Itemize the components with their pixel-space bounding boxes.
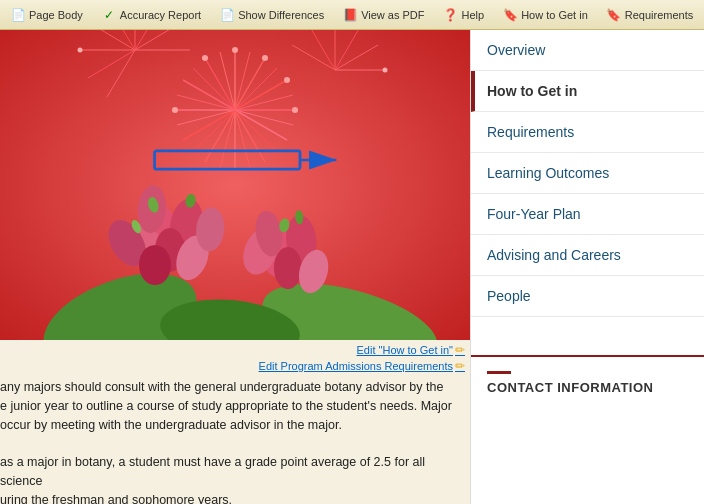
sidebar-item-overview[interactable]: Overview (471, 30, 704, 71)
svg-point-66 (78, 48, 83, 53)
body-paragraph-4: as a major in botany, a student must hav… (0, 453, 465, 491)
body-paragraph-3: occur by meeting with the undergraduate … (0, 416, 465, 435)
svg-point-51 (292, 107, 298, 113)
body-paragraph-1: any majors should consult with the gener… (0, 378, 465, 397)
contact-information-label: CONTACT INFORMATION (487, 380, 688, 395)
svg-point-75 (383, 68, 388, 73)
toolbar-show-differences[interactable]: 📄 Show Differences (213, 5, 330, 25)
body-paragraph-2: e junior year to outline a course of stu… (0, 397, 465, 416)
sidebar-item-advising-careers[interactable]: Advising and Careers (471, 235, 704, 276)
main-content: Edit "How to Get in" ✏ Edit Program Admi… (0, 30, 704, 504)
blue-arrow (150, 140, 350, 180)
svg-point-48 (232, 47, 238, 53)
sidebar-item-four-year-plan[interactable]: Four-Year Plan (471, 194, 704, 235)
toolbar-view-pdf[interactable]: 📕 View as PDF (336, 5, 430, 25)
toolbar-accuracy-report[interactable]: ✓ Accuracy Report (95, 5, 207, 25)
toolbar: 📄 Page Body ✓ Accuracy Report 📄 Show Dif… (0, 0, 704, 30)
contact-red-bar (487, 371, 511, 374)
sidebar-nav: Overview How to Get in Requirements Lear… (471, 30, 704, 317)
body-text: any majors should consult with the gener… (0, 378, 470, 504)
edit-admissions-requirements-link[interactable]: Edit Program Admissions Requirements ✏ (259, 359, 465, 373)
content-area: Edit "How to Get in" ✏ Edit Program Admi… (0, 30, 470, 504)
bookmark-icon-2: 🔖 (606, 7, 622, 23)
sidebar-item-requirements[interactable]: Requirements (471, 112, 704, 153)
bookmark-icon-1: 🔖 (502, 7, 518, 23)
edit-links-container: Edit "How to Get in" ✏ Edit Program Admi… (259, 343, 465, 373)
svg-point-53 (172, 107, 178, 113)
edit-how-to-get-in-link[interactable]: Edit "How to Get in" ✏ (357, 343, 465, 357)
svg-rect-77 (155, 151, 300, 169)
help-icon: ❓ (443, 7, 459, 23)
svg-point-12 (139, 245, 171, 285)
edit-icon-1: ✏ (455, 343, 465, 357)
body-paragraph-5: uring the freshman and sophomore years. (0, 491, 465, 505)
toolbar-page-body[interactable]: 📄 Page Body (4, 5, 89, 25)
svg-point-19 (274, 247, 302, 289)
sidebar-divider (471, 317, 704, 357)
sidebar-item-people[interactable]: People (471, 276, 704, 317)
edit-icon-2: ✏ (455, 359, 465, 373)
differences-icon: 📄 (219, 7, 235, 23)
sidebar: Overview How to Get in Requirements Lear… (470, 30, 704, 504)
svg-point-52 (202, 55, 208, 61)
toolbar-how-to-get-in[interactable]: 🔖 How to Get in (496, 5, 594, 25)
toolbar-requirements[interactable]: 🔖 Requirements (600, 5, 699, 25)
svg-point-49 (262, 55, 268, 61)
sidebar-item-how-to-get-in[interactable]: How to Get in (471, 71, 704, 112)
svg-point-50 (284, 77, 290, 83)
contact-information-section: CONTACT INFORMATION (471, 357, 704, 405)
sidebar-item-learning-outcomes[interactable]: Learning Outcomes (471, 153, 704, 194)
flower-image (0, 30, 470, 340)
accuracy-icon: ✓ (101, 7, 117, 23)
pdf-icon: 📕 (342, 7, 358, 23)
toolbar-help[interactable]: ❓ Help (437, 5, 491, 25)
page-body-icon: 📄 (10, 7, 26, 23)
